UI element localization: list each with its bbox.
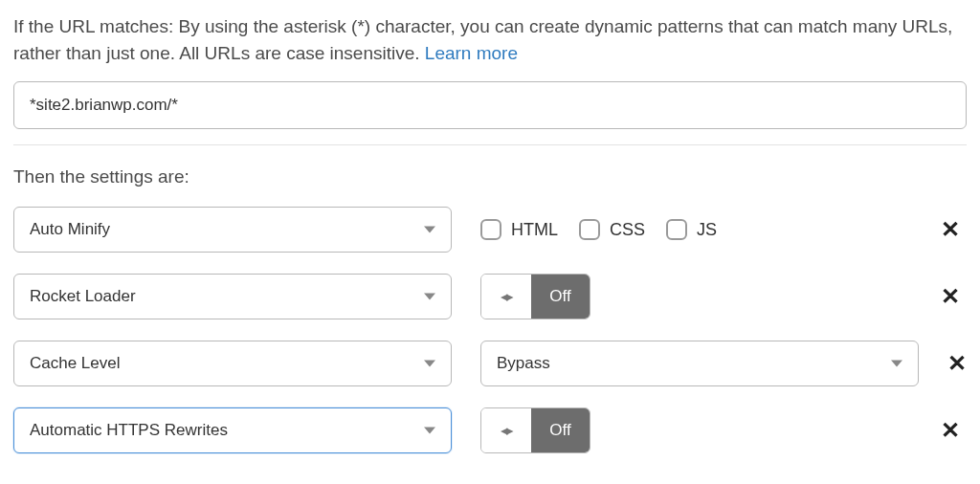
toggle-handle: ◂▸ [481,275,531,319]
toggle-state-label: Off [531,408,590,452]
divider [13,144,967,145]
caret-down-icon [424,294,435,300]
caret-down-icon [424,361,435,367]
caret-down-icon [424,227,435,233]
toggle-state-label: Off [531,275,590,319]
url-pattern-input[interactable] [13,81,967,129]
toggle-arrows-icon: ◂▸ [501,422,512,439]
checkbox-html[interactable]: HTML [480,219,558,240]
checkbox-css[interactable]: CSS [579,219,645,240]
toggle-arrows-icon: ◂▸ [501,288,512,305]
remove-setting-icon[interactable]: ✕ [941,419,960,442]
caret-down-icon [891,361,902,367]
remove-setting-icon[interactable]: ✕ [947,352,967,375]
setting-row: Cache Level Bypass ✕ [13,341,967,386]
toggle-rocket-loader[interactable]: ◂▸ Off [480,274,590,319]
setting-select-auto-https-rewrites[interactable]: Automatic HTTPS Rewrites [13,407,452,453]
checkbox-box-icon [579,219,600,240]
setting-select-rocket-loader[interactable]: Rocket Loader [13,274,452,319]
setting-row: Automatic HTTPS Rewrites ◂▸ Off ✕ [13,407,967,453]
learn-more-link[interactable]: Learn more [425,43,518,63]
value-select-cache-level[interactable]: Bypass [480,341,919,386]
setting-select-label: Cache Level [30,354,121,372]
checkbox-js[interactable]: JS [666,219,717,240]
value-select-label: Bypass [497,354,550,372]
setting-row: Rocket Loader ◂▸ Off ✕ [13,274,967,319]
checkbox-box-icon [666,219,687,240]
remove-setting-icon[interactable]: ✕ [941,285,960,308]
setting-select-cache-level[interactable]: Cache Level [13,341,452,386]
toggle-handle: ◂▸ [481,408,531,452]
setting-select-label: Rocket Loader [30,287,136,305]
checkbox-label: HTML [511,220,558,240]
then-settings-label: Then the settings are: [13,166,967,187]
checkbox-box-icon [480,219,501,240]
minify-checkboxes: HTML CSS JS [480,219,717,240]
checkbox-label: JS [697,220,717,240]
setting-row: Auto Minify HTML CSS JS ✕ [13,207,967,253]
setting-select-label: Auto Minify [30,220,110,238]
caret-down-icon [424,428,435,434]
setting-select-auto-minify[interactable]: Auto Minify [13,207,452,253]
remove-setting-icon[interactable]: ✕ [941,218,960,241]
checkbox-label: CSS [610,220,645,240]
toggle-auto-https-rewrites[interactable]: ◂▸ Off [480,407,590,453]
url-match-description: If the URL matches: By using the asteris… [13,13,967,66]
setting-select-label: Automatic HTTPS Rewrites [30,421,228,439]
